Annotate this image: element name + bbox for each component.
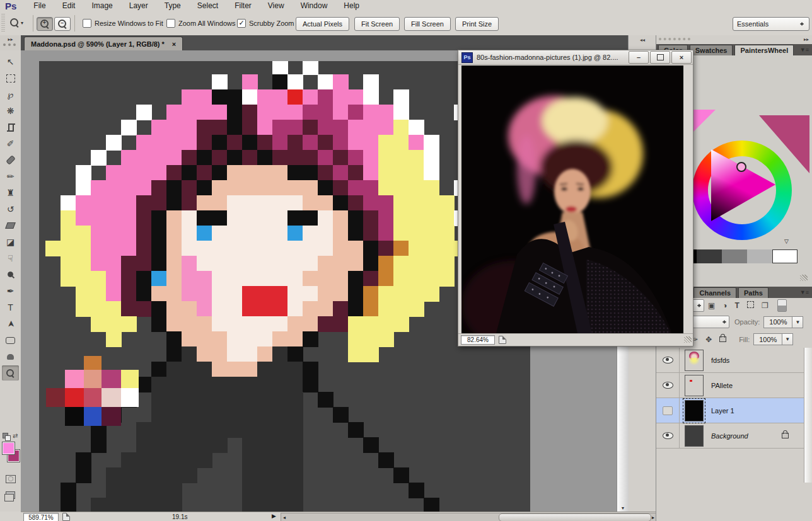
filter-toggle[interactable] xyxy=(777,299,787,312)
tool-move[interactable]: ↖ xyxy=(2,54,19,69)
scrubby-zoom-checkbox[interactable]: Scrubby Zoom xyxy=(237,19,294,28)
swap-colors-icon[interactable]: ⇄ xyxy=(3,432,19,441)
collapse-left-icon[interactable]: ◂◂ xyxy=(629,35,656,43)
screen-mode-button[interactable] xyxy=(2,488,19,503)
opacity-value[interactable]: 100% xyxy=(763,316,792,328)
filter-type-layers-icon[interactable]: T xyxy=(735,301,740,310)
collapse-to-icons-icon[interactable]: ▸▸ xyxy=(804,37,809,42)
filter-adjustment-layers-icon[interactable]: ◑ xyxy=(722,301,727,310)
color-picker-cursor[interactable] xyxy=(736,162,746,172)
tool-history-brush[interactable]: ↺ xyxy=(2,202,19,217)
layer-name[interactable]: fdsfds xyxy=(711,357,729,364)
gray-swatch[interactable] xyxy=(697,249,722,263)
close-icon[interactable]: × xyxy=(172,40,176,48)
tool-hand[interactable] xyxy=(2,349,19,364)
menu-view[interactable]: View xyxy=(260,1,293,10)
layer-row-layer1[interactable]: Layer 1 xyxy=(656,398,812,423)
zoom-level-field[interactable]: 589.71% xyxy=(23,513,59,521)
horizontal-scrollbar[interactable]: ◂ ▸ xyxy=(281,513,657,521)
tool-path-selection[interactable]: ➤ xyxy=(3,316,18,333)
tool-eyedropper[interactable]: ✐ xyxy=(2,136,19,151)
panel-menu-icon[interactable]: ▼≡ xyxy=(800,289,809,295)
photo-of-madonna[interactable] xyxy=(461,66,683,333)
menu-filter[interactable]: Filter xyxy=(226,1,260,10)
layer-row-background[interactable]: Background xyxy=(656,423,812,449)
scroll-down-icon[interactable]: ▼ xyxy=(617,506,629,510)
tool-eraser[interactable] xyxy=(2,218,19,233)
layer-name[interactable]: Layer 1 xyxy=(711,407,734,415)
document-status-icon[interactable] xyxy=(62,513,70,521)
canvas-image[interactable] xyxy=(39,61,530,512)
scroll-right-icon[interactable]: ▸ xyxy=(652,515,654,520)
status-popup-arrow-icon[interactable]: ▶ xyxy=(272,513,276,519)
tool-crop[interactable] xyxy=(2,120,19,135)
layer-name[interactable]: PAllete xyxy=(711,382,733,389)
tool-zoom[interactable] xyxy=(2,365,19,381)
window-title-bar[interactable]: Ps 80s-fashion-madonna-pictures (1).jpg … xyxy=(458,50,693,65)
menu-file[interactable]: File xyxy=(25,1,54,10)
horizontal-scroll-thumb[interactable] xyxy=(499,513,651,521)
tool-paint-bucket[interactable]: ◪ xyxy=(2,234,19,249)
filter-pixel-layers-icon[interactable]: ▣ xyxy=(708,301,715,310)
fill-screen-button[interactable]: Fill Screen xyxy=(404,17,451,31)
filter-smart-objects-icon[interactable]: ❐ xyxy=(762,301,768,310)
layer-row-pallete[interactable]: PAllete xyxy=(656,373,812,398)
tab-paths[interactable]: Paths xyxy=(738,287,768,298)
zoom-all-windows-checkbox[interactable]: Zoom All Windows xyxy=(166,19,235,28)
visibility-toggle[interactable] xyxy=(656,373,680,398)
tab-swatches[interactable]: Swatches xyxy=(690,45,733,55)
gray-swatch[interactable] xyxy=(772,249,798,263)
zoom-in-button[interactable]: + xyxy=(37,17,53,31)
close-button[interactable]: × xyxy=(671,51,692,64)
panel-menu-icon[interactable]: ▼≡ xyxy=(800,47,809,53)
wheel-options-arrow-icon[interactable]: ▽ xyxy=(784,238,789,244)
menu-select[interactable]: Select xyxy=(189,1,226,10)
scroll-left-icon[interactable]: ◂ xyxy=(283,515,286,520)
filter-shape-layers-icon[interactable] xyxy=(747,301,754,310)
fill-value[interactable]: 100% xyxy=(753,333,782,345)
layer-row-fdsfds[interactable]: fdsfds xyxy=(656,348,812,373)
toolbar-header[interactable]: ▸▸ xyxy=(0,35,21,50)
maximize-button[interactable] xyxy=(650,51,670,64)
tab-painterswheel[interactable]: PaintersWheel xyxy=(734,45,794,55)
tool-clone-stamp[interactable]: ♜ xyxy=(2,185,19,200)
fill-dropdown-icon[interactable]: ▼ xyxy=(782,333,793,345)
layer-thumbnail[interactable] xyxy=(685,400,704,421)
visibility-toggle[interactable] xyxy=(656,398,680,423)
menu-edit[interactable]: Edit xyxy=(54,1,84,10)
quick-mask-button[interactable] xyxy=(2,471,19,486)
tool-quick-selection[interactable]: ❋ xyxy=(2,103,19,118)
lock-all-icon[interactable] xyxy=(719,336,726,342)
tool-smudge[interactable]: ☟ xyxy=(2,251,19,266)
tab-channels[interactable]: Channels xyxy=(693,287,736,298)
opacity-dropdown-icon[interactable]: ▼ xyxy=(792,316,803,328)
tool-lasso[interactable]: ℘ xyxy=(2,87,19,102)
layer-thumbnail[interactable] xyxy=(685,375,704,396)
floating-image-window[interactable]: Ps 80s-fashion-madonna-pictures (1).jpg … xyxy=(458,50,693,346)
document-status-icon[interactable] xyxy=(499,336,506,344)
menu-window[interactable]: Window xyxy=(293,1,336,10)
gray-swatch[interactable] xyxy=(747,249,772,263)
window-resize-grip[interactable] xyxy=(684,336,692,343)
zoom-out-button[interactable]: – xyxy=(54,17,71,31)
panel-resize-grip[interactable] xyxy=(800,275,808,281)
dock-grip[interactable] xyxy=(659,38,690,40)
actual-pixels-button[interactable]: Actual Pixels xyxy=(296,17,349,31)
gray-swatch[interactable] xyxy=(722,249,747,263)
layer-thumbnail[interactable] xyxy=(685,350,704,371)
fit-screen-button[interactable]: Fit Screen xyxy=(354,17,400,31)
options-grip[interactable] xyxy=(1,14,5,33)
tool-pencil[interactable]: ✏ xyxy=(2,169,19,184)
saturation-value-triangle[interactable] xyxy=(709,147,779,224)
previous-color-corner[interactable] xyxy=(693,110,716,132)
print-size-button[interactable]: Print Size xyxy=(455,17,499,31)
visibility-toggle[interactable] xyxy=(656,348,680,372)
menu-layer[interactable]: Layer xyxy=(121,1,156,10)
menu-type[interactable]: Type xyxy=(156,1,189,10)
layers-scrollbar[interactable] xyxy=(804,348,812,483)
layer-name[interactable]: Background xyxy=(711,432,748,440)
foreground-color-swatch[interactable] xyxy=(3,442,14,454)
minimize-button[interactable]: – xyxy=(629,51,649,64)
tool-dodge[interactable] xyxy=(2,267,19,282)
resize-windows-checkbox[interactable]: Resize Windows to Fit xyxy=(83,19,163,28)
